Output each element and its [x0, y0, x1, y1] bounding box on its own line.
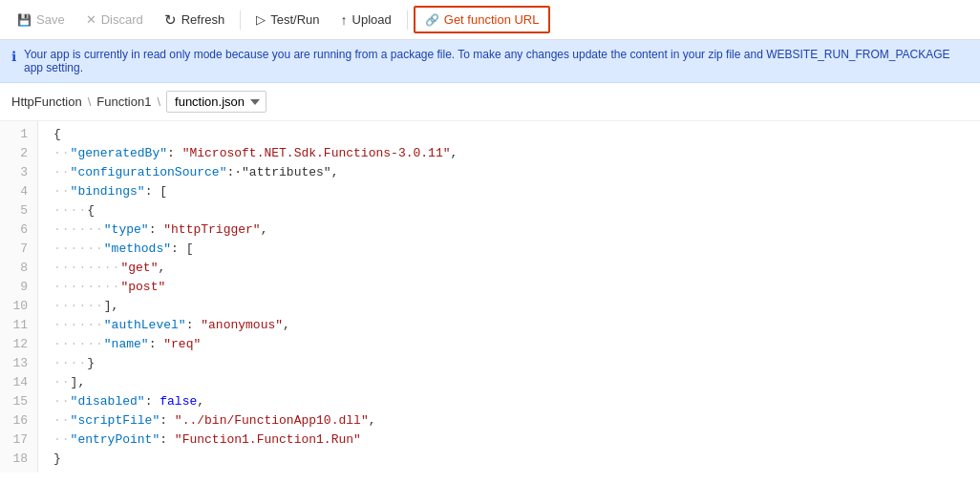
json-plain: [: [160, 184, 167, 199]
code-line: ······],: [53, 297, 980, 316]
upload-button[interactable]: Upload: [331, 8, 401, 32]
breadcrumb: HttpFunction \ Function1 \ function.json: [0, 83, 980, 121]
breadcrumb-sep-2: \: [157, 94, 160, 109]
indent-dots: ··: [53, 146, 71, 160]
upload-icon: [341, 12, 348, 28]
line-number: 13: [0, 354, 37, 373]
line-number: 9: [0, 278, 37, 297]
json-plain: [: [186, 242, 194, 256]
line-number: 12: [0, 335, 37, 354]
json-plain: }: [87, 356, 95, 370]
json-bool: false: [160, 394, 197, 409]
json-string: "post": [120, 280, 165, 294]
code-line: {: [53, 125, 980, 144]
json-plain: ·"attributes",: [234, 165, 338, 179]
line-number: 17: [0, 430, 37, 450]
json-key: "generatedBy": [71, 146, 167, 160]
line-number: 14: [0, 373, 37, 392]
line-number: 18: [0, 450, 37, 469]
line-number: 11: [0, 316, 37, 335]
code-content: {··"generatedBy": "Microsoft.NET.Sdk.Fun…: [38, 121, 980, 472]
line-number: 3: [0, 163, 37, 182]
testrun-button[interactable]: Test/Run: [246, 8, 329, 32]
testrun-label: Test/Run: [270, 12, 319, 27]
save-label: Save: [36, 12, 65, 27]
code-line: ······"authLevel": "anonymous",: [53, 316, 980, 335]
indent-dots: ··: [53, 165, 71, 179]
json-string: "Microsoft.NET.Sdk.Functions-3.0.11": [182, 146, 451, 160]
json-key: "entryPoint": [71, 432, 160, 447]
line-number: 15: [0, 392, 37, 411]
code-line: ····}: [53, 354, 980, 373]
line-number: 2: [0, 144, 37, 163]
discard-icon: [86, 12, 96, 27]
code-line: ······"type": "httpTrigger",: [53, 220, 980, 240]
code-line: ··"configurationSource":·"attributes",: [53, 163, 980, 182]
json-plain: }: [53, 452, 61, 466]
file-selector[interactable]: function.json: [166, 91, 266, 113]
indent-dots: ··: [53, 432, 71, 447]
json-string: "req": [163, 337, 201, 351]
code-line: ········"post": [53, 278, 980, 297]
indent-dots: ····: [53, 203, 87, 218]
refresh-icon: [164, 11, 177, 29]
json-key: "type": [104, 222, 149, 237]
code-line: ··"bindings": [: [53, 182, 980, 201]
json-plain: {: [53, 127, 61, 141]
info-icon: ℹ: [11, 49, 16, 64]
link-icon: [425, 12, 439, 27]
indent-dots: ······: [53, 318, 104, 332]
info-message: Your app is currently in read only mode …: [24, 48, 969, 74]
indent-dots: ··: [53, 413, 71, 428]
json-key: "scriptFile": [71, 413, 160, 428]
get-function-url-button[interactable]: Get function URL: [414, 6, 551, 33]
indent-dots: ······: [53, 299, 104, 313]
save-icon: [17, 12, 32, 27]
get-url-label: Get function URL: [444, 12, 540, 27]
line-numbers: 123456789101112131415161718: [0, 121, 38, 472]
refresh-label: Refresh: [181, 12, 225, 27]
line-number: 7: [0, 240, 37, 259]
line-number: 1: [0, 125, 37, 144]
testrun-icon: [256, 12, 266, 27]
indent-dots: ······: [53, 242, 104, 256]
separator-2: [407, 10, 408, 30]
indent-dots: ······: [53, 222, 104, 237]
toolbar: Save Discard Refresh Test/Run Upload Get…: [0, 0, 980, 40]
json-key: "methods": [104, 242, 171, 256]
json-key: "name": [104, 337, 149, 351]
code-line: ······"name": "req": [53, 335, 980, 354]
indent-dots: ··: [53, 394, 71, 409]
line-number: 8: [0, 259, 37, 278]
code-line: ··"disabled": false,: [53, 392, 980, 411]
json-plain: ],: [71, 375, 86, 389]
json-string: "../bin/FunctionApp10.dll": [175, 413, 369, 428]
breadcrumb-part2: Function1: [96, 94, 151, 109]
json-key: "configurationSource": [71, 165, 227, 179]
code-line: }: [53, 450, 980, 469]
json-string: "anonymous": [201, 318, 283, 332]
json-string: "Function1.Function1.Run": [175, 432, 361, 447]
json-key: "disabled": [71, 394, 145, 409]
line-number: 16: [0, 411, 37, 430]
indent-dots: ··: [53, 184, 71, 199]
discard-button[interactable]: Discard: [76, 8, 153, 32]
code-line: ··"entryPoint": "Function1.Function1.Run…: [53, 430, 980, 450]
code-editor[interactable]: 123456789101112131415161718 {··"generate…: [0, 121, 980, 472]
line-number: 10: [0, 297, 37, 316]
json-key: "bindings": [71, 184, 145, 199]
save-button[interactable]: Save: [8, 8, 75, 32]
line-number: 4: [0, 182, 37, 201]
indent-dots: ········: [53, 280, 120, 294]
indent-dots: ········: [53, 261, 120, 275]
json-string: "httpTrigger": [163, 222, 260, 237]
info-bar: ℹ Your app is currently in read only mod…: [0, 40, 980, 83]
line-number: 6: [0, 220, 37, 240]
upload-label: Upload: [352, 12, 392, 27]
json-string: "get": [120, 261, 158, 275]
refresh-button[interactable]: Refresh: [155, 7, 235, 33]
code-line: ··"scriptFile": "../bin/FunctionApp10.dl…: [53, 411, 980, 430]
json-plain: ],: [104, 299, 119, 313]
code-line: ··"generatedBy": "Microsoft.NET.Sdk.Func…: [53, 144, 980, 163]
indent-dots: ··: [53, 375, 71, 389]
